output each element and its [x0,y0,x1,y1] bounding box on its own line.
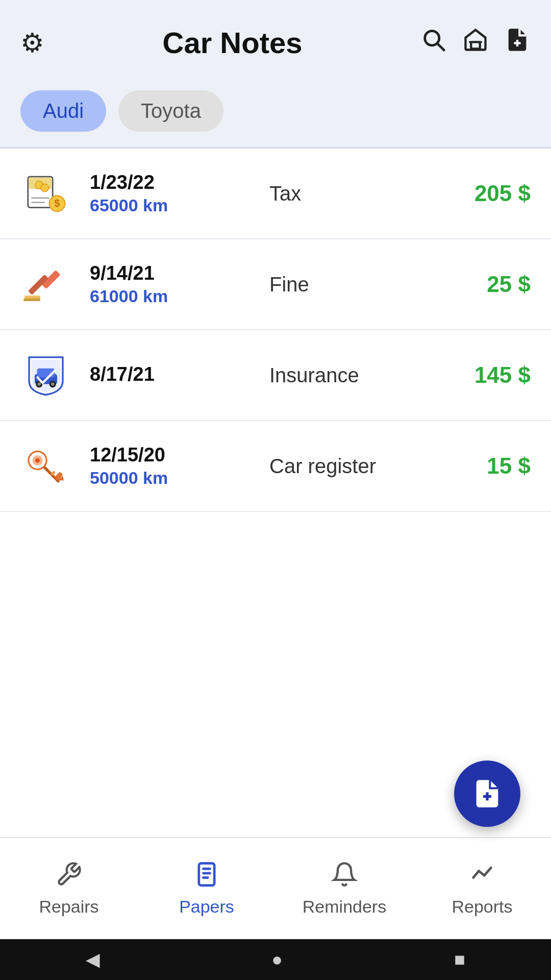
record-type: Car register [269,455,439,478]
record-meta: 9/14/21 61000 km [90,262,259,306]
record-item[interactable]: $ 1/23/22 65000 km Tax 205 $ [0,149,551,239]
papers-icon [193,861,220,892]
settings-icon[interactable]: ⚙ [20,28,44,58]
record-meta: 1/23/22 65000 km [90,172,259,215]
record-type: Fine [269,273,439,296]
record-km: 65000 km [90,195,259,215]
nav-papers[interactable]: Papers [138,838,276,939]
chart-icon [469,861,495,892]
app-header: ⚙ Car Notes [0,0,551,75]
wrench-icon [56,861,82,892]
nav-repairs-label: Repairs [39,897,98,917]
svg-point-22 [51,382,55,386]
nav-reports-label: Reports [452,897,512,917]
recent-button[interactable]: ■ [454,949,465,970]
nav-repairs[interactable]: Repairs [0,838,138,939]
record-km: 61000 km [90,286,259,306]
car-selector: Audi Toyota [0,75,551,147]
svg-rect-16 [23,299,40,302]
car-tab-audi[interactable]: Audi [20,90,106,132]
record-type: Insurance [269,364,439,387]
header-right-icons [420,27,531,59]
nav-reminders-label: Reminders [303,897,386,917]
record-item[interactable]: 12/15/20 50000 km Car register 15 $ [0,421,551,512]
car-register-icon [20,440,71,492]
svg-point-25 [35,458,40,463]
add-document-icon[interactable] [504,27,531,59]
android-navigation-bar: ◀ ● ■ [0,939,551,980]
record-amount: 205 $ [439,181,531,206]
record-amount: 15 $ [439,453,531,479]
svg-point-0 [425,31,439,45]
record-amount: 25 $ [439,272,531,297]
record-date: 1/23/22 [90,172,259,193]
record-type: Tax [269,182,439,205]
record-date: 9/14/21 [90,262,259,284]
garage-icon[interactable] [462,27,489,59]
nav-reports[interactable]: Reports [413,838,551,939]
insurance-icon [20,350,71,401]
svg-rect-2 [471,42,480,48]
home-button[interactable]: ● [271,949,283,970]
svg-point-21 [38,382,41,386]
record-item[interactable]: 9/14/21 61000 km Fine 25 $ [0,239,551,330]
record-meta: 8/17/21 [90,363,259,387]
bottom-navigation: Repairs Papers Reminders Reports [0,837,551,939]
record-item[interactable]: 8/17/21 Insurance 145 $ [0,330,551,421]
app-title: Car Notes [44,26,420,60]
add-paper-fab[interactable] [454,761,520,827]
nav-reminders[interactable]: Reminders [276,838,413,939]
svg-text:$: $ [55,198,60,209]
record-km: 50000 km [90,468,259,488]
fine-icon [20,259,71,310]
svg-point-8 [41,184,48,191]
record-date: 12/15/20 [90,444,259,466]
tax-icon: $ [20,168,71,219]
nav-papers-label: Papers [179,897,234,917]
car-tab-toyota[interactable]: Toyota [118,90,223,132]
bell-icon [331,861,358,892]
svg-line-1 [438,43,445,51]
record-meta: 12/15/20 50000 km [90,444,259,488]
record-date: 8/17/21 [90,363,259,385]
search-icon[interactable] [420,27,447,59]
back-button[interactable]: ◀ [86,949,100,970]
record-amount: 145 $ [439,362,531,388]
